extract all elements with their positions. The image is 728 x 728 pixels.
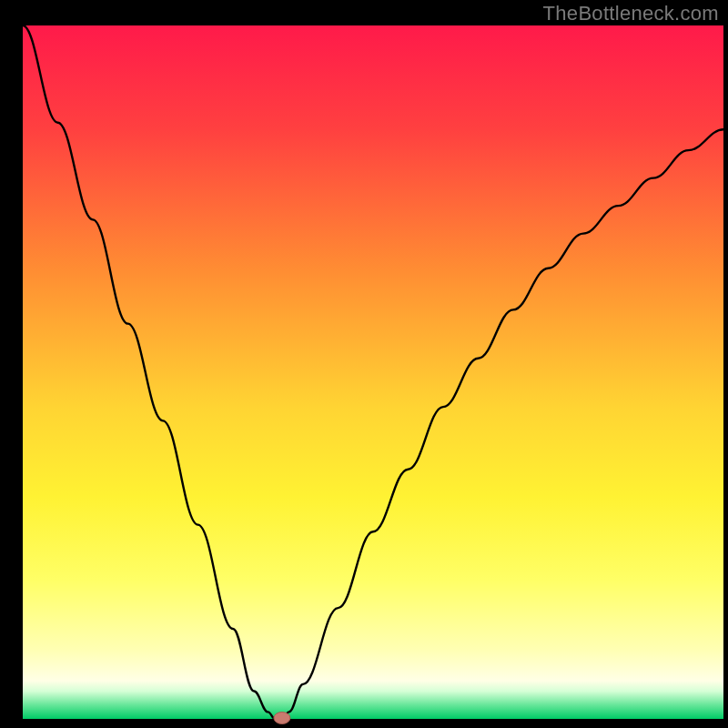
- bottleneck-chart: [0, 0, 728, 728]
- chart-plot-background: [23, 25, 723, 719]
- optimal-point-marker: [274, 713, 290, 724]
- watermark-text: TheBottleneck.com: [543, 2, 719, 25]
- chart-container: { "watermark": "TheBottleneck.com", "cha…: [0, 0, 728, 728]
